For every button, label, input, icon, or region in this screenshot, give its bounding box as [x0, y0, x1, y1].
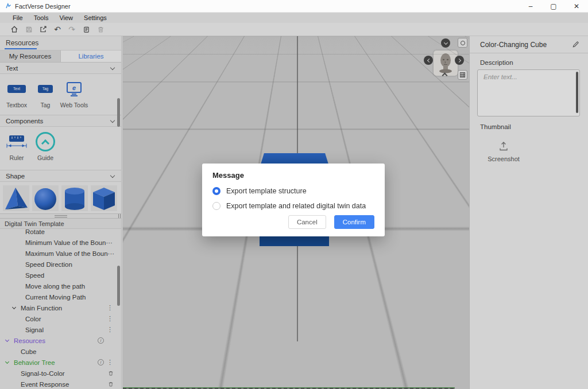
minimize-button[interactable]: – [519, 0, 542, 12]
window-controls: – ▢ ✕ [519, 0, 588, 12]
radio-selected-icon[interactable] [212, 187, 220, 195]
close-button[interactable]: ✕ [565, 0, 588, 12]
maximize-button[interactable]: ▢ [542, 0, 565, 12]
dialog-title: Message [212, 171, 374, 180]
radio-unselected-icon[interactable] [212, 202, 220, 210]
title-bar: FactVerse Designer – ▢ ✕ [0, 0, 588, 13]
app-window: FactVerse Designer – ▢ ✕ File Tools View… [0, 0, 588, 389]
option-export-with-data[interactable]: Export template and related digital twin… [212, 202, 374, 210]
confirm-button[interactable]: Confirm [334, 215, 374, 229]
window-title: FactVerse Designer [15, 3, 71, 10]
cancel-button[interactable]: Cancel [288, 215, 326, 229]
option-export-structure[interactable]: Export template structure [212, 187, 374, 195]
export-dialog: Message Export template structure Export… [202, 164, 385, 236]
app-logo-icon [5, 3, 11, 9]
